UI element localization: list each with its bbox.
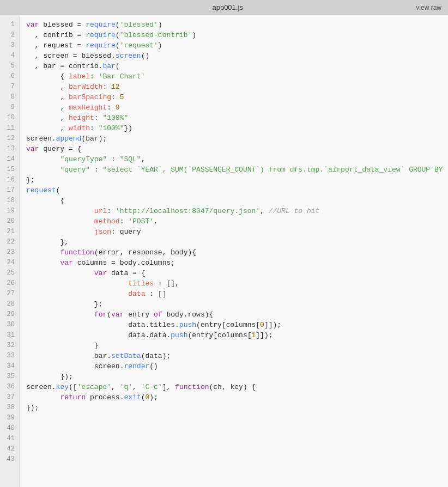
file-title: app001.js bbox=[39, 3, 416, 11]
code-line: var blessed = require('blessed') bbox=[26, 20, 448, 30]
line-number: 2 bbox=[0, 30, 19, 40]
code-line: var query = { bbox=[26, 144, 448, 154]
code-content[interactable]: var blessed = require('blessed') , contr… bbox=[20, 15, 448, 487]
code-line: "queryType" : "SQL", bbox=[26, 154, 448, 165]
line-number: 21 bbox=[0, 227, 19, 237]
code-line: for(var entry of body.rows){ bbox=[26, 309, 448, 320]
line-number: 33 bbox=[0, 351, 19, 361]
line-number: 17 bbox=[0, 185, 19, 196]
code-line: "query" : "select `YEAR`, SUM(`PASSENGER… bbox=[26, 165, 448, 175]
line-number: 1 bbox=[0, 20, 19, 30]
line-number: 14 bbox=[0, 154, 19, 165]
code-line: { bbox=[26, 196, 448, 206]
code-line: , width: "100%"}) bbox=[26, 123, 448, 133]
code-line: json: query bbox=[26, 227, 448, 237]
line-number: 32 bbox=[0, 340, 19, 351]
code-line: method: 'POST', bbox=[26, 216, 448, 227]
line-number: 18 bbox=[0, 196, 19, 206]
line-number: 8 bbox=[0, 92, 19, 102]
line-number: 12 bbox=[0, 133, 19, 144]
line-number: 20 bbox=[0, 216, 19, 227]
line-number: 30 bbox=[0, 320, 19, 330]
code-line: return process.exit(0); bbox=[26, 392, 448, 403]
line-number: 43 bbox=[0, 454, 19, 465]
line-number: 28 bbox=[0, 299, 19, 309]
line-number: 31 bbox=[0, 330, 19, 340]
code-line: url: 'http://localhost:8047/query.json',… bbox=[26, 206, 448, 216]
line-number: 23 bbox=[0, 247, 19, 258]
code-line: , barWidth: 12 bbox=[26, 82, 448, 92]
code-line: }; bbox=[26, 175, 448, 185]
line-number: 9 bbox=[0, 102, 19, 113]
line-number: 42 bbox=[0, 444, 19, 454]
line-number: 15 bbox=[0, 165, 19, 175]
line-number: 4 bbox=[0, 51, 19, 61]
code-line: data : [] bbox=[26, 289, 448, 299]
code-line: data.data.push(entry[columns[1]]); bbox=[26, 330, 448, 340]
line-number: 16 bbox=[0, 175, 19, 185]
line-number: 3 bbox=[0, 40, 19, 51]
title-bar: app001.js view raw bbox=[0, 0, 448, 15]
code-line: function(error, response, body){ bbox=[26, 247, 448, 258]
code-line: , contrib = require('blessed-contrib') bbox=[26, 30, 448, 40]
line-number: 40 bbox=[0, 423, 19, 434]
line-number: 25 bbox=[0, 268, 19, 278]
line-number: 5 bbox=[0, 61, 19, 71]
code-line: bar.setData(data); bbox=[26, 351, 448, 361]
code-line: titles : [], bbox=[26, 278, 448, 289]
code-line: var data = { bbox=[26, 268, 448, 278]
code-line: , bar = contrib.bar( bbox=[26, 61, 448, 71]
code-line: var columns = body.columns; bbox=[26, 258, 448, 268]
line-number: 7 bbox=[0, 82, 19, 92]
line-number: 6 bbox=[0, 71, 19, 82]
code-line: }, bbox=[26, 237, 448, 247]
line-numbers: 1234567891011121314151617181920212223242… bbox=[0, 15, 20, 487]
line-number: 35 bbox=[0, 372, 19, 382]
line-number: 26 bbox=[0, 278, 19, 289]
line-number: 24 bbox=[0, 258, 19, 268]
line-number: 36 bbox=[0, 382, 19, 392]
code-line: request( bbox=[26, 185, 448, 196]
code-line: , barSpacing: 5 bbox=[26, 92, 448, 102]
line-number: 22 bbox=[0, 237, 19, 247]
line-number: 11 bbox=[0, 123, 19, 133]
code-container: 1234567891011121314151617181920212223242… bbox=[0, 15, 448, 487]
code-line: }); bbox=[26, 403, 448, 413]
line-number: 27 bbox=[0, 289, 19, 299]
line-number: 19 bbox=[0, 206, 19, 216]
line-number: 38 bbox=[0, 403, 19, 413]
line-number: 34 bbox=[0, 361, 19, 372]
code-line: , request = require('request') bbox=[26, 40, 448, 51]
code-line: }); bbox=[26, 372, 448, 382]
line-number: 37 bbox=[0, 392, 19, 403]
code-line: }; bbox=[26, 299, 448, 309]
code-line: , height: "100%" bbox=[26, 113, 448, 123]
code-line: } bbox=[26, 340, 448, 351]
line-number: 29 bbox=[0, 309, 19, 320]
code-line: , maxHeight: 9 bbox=[26, 102, 448, 113]
line-number: 41 bbox=[0, 434, 19, 444]
line-number: 39 bbox=[0, 413, 19, 423]
code-line: { label: 'Bar Chart' bbox=[26, 71, 448, 82]
code-line: screen.append(bar); bbox=[26, 133, 448, 144]
view-raw-button[interactable]: view raw bbox=[416, 4, 441, 11]
code-line: screen.render() bbox=[26, 361, 448, 372]
code-line: data.titles.push(entry[columns[0]]); bbox=[26, 320, 448, 330]
line-number: 13 bbox=[0, 144, 19, 154]
code-line: , screen = blessed.screen() bbox=[26, 51, 448, 61]
line-number: 10 bbox=[0, 113, 19, 123]
code-line: screen.key(['escape', 'q', 'C-c'], funct… bbox=[26, 382, 448, 392]
